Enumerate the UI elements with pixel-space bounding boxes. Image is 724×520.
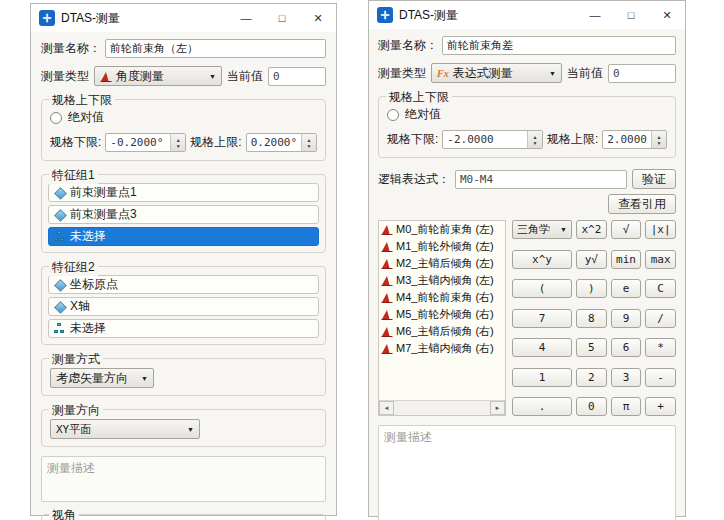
list-item[interactable]: M6_主销后倾角 (右)	[379, 323, 505, 340]
close-button[interactable]: ✕	[300, 4, 336, 32]
upper-limit-spinner[interactable]: 2.0000 ▲ ▼	[602, 130, 667, 149]
list-item-label: M1_前轮外倾角 (左)	[396, 239, 494, 254]
scroll-left-button[interactable]: ◄	[379, 401, 394, 415]
lower-limit-spinner[interactable]: -0.2000° ▲ ▼	[105, 133, 186, 152]
calc-key-9[interactable]: 9	[611, 309, 642, 328]
calc-key-e[interactable]: e	[611, 279, 642, 298]
list-item[interactable]: M0_前轮前束角 (左)	[379, 221, 505, 238]
calc-key-abs[interactable]: |x|	[645, 220, 676, 239]
feature-item[interactable]: X轴	[48, 297, 319, 316]
absolute-value-label: 绝对值	[68, 109, 104, 126]
measure-method-select[interactable]: 考虑矢量方向 ▼	[50, 368, 154, 388]
calc-key-square[interactable]: x^2	[576, 220, 607, 239]
calc-key-6[interactable]: 6	[611, 338, 642, 357]
list-item[interactable]: M5_前轮外倾角 (右)	[379, 306, 505, 323]
angle-measure-icon	[381, 343, 393, 354]
point-icon	[54, 187, 65, 198]
spinner-buttons[interactable]: ▲ ▼	[651, 131, 666, 148]
calc-key-close-paren[interactable]: )	[576, 279, 607, 298]
list-item[interactable]: M2_主销后倾角 (左)	[379, 255, 505, 272]
feature-item-label: 前束测量点1	[70, 184, 137, 201]
minimize-button[interactable]: —	[577, 1, 613, 29]
scrollbar-track[interactable]	[394, 401, 490, 415]
calc-key-root[interactable]: y√	[576, 250, 607, 269]
current-value-input[interactable]	[268, 67, 326, 86]
calc-key-open-paren[interactable]: (	[512, 279, 572, 298]
upper-limit-label: 规格上限:	[547, 131, 598, 148]
list-item[interactable]: M1_前轮外倾角 (左)	[379, 238, 505, 255]
measure-direction-select[interactable]: XY平面 ▼	[50, 419, 200, 439]
angle-measure-icon	[381, 292, 393, 303]
calc-key-8[interactable]: 8	[576, 309, 607, 328]
list-item[interactable]: M7_主销内倾角 (右)	[379, 340, 505, 357]
calc-key-7[interactable]: 7	[512, 309, 572, 328]
angle-measure-icon	[381, 326, 393, 337]
calc-key-minus[interactable]: -	[645, 368, 676, 387]
calc-key-5[interactable]: 5	[576, 338, 607, 357]
calc-key-0[interactable]: 0	[576, 397, 607, 416]
list-item[interactable]: M4_前轮前束角 (右)	[379, 289, 505, 306]
calc-key-2[interactable]: 2	[576, 368, 607, 387]
measure-description-textarea[interactable]	[41, 456, 326, 502]
feature-item[interactable]: 前束测量点3	[48, 205, 319, 224]
measure-type-select[interactable]: Fx 表达式测量 ▼	[431, 63, 562, 83]
feature-item-selected[interactable]: 未选择	[48, 227, 319, 246]
calc-key-decimal[interactable]: .	[512, 397, 572, 416]
list-item-label: M5_前轮外倾角 (右)	[396, 307, 494, 322]
list-item[interactable]: M3_主销内倾角 (左)	[379, 272, 505, 289]
verify-button[interactable]: 验证	[632, 169, 676, 189]
titlebar[interactable]: ✛ DTAS-测量 — □ ✕	[369, 1, 685, 29]
feature-item-label: 前束测量点3	[70, 206, 137, 223]
current-value-input[interactable]	[608, 64, 676, 83]
measure-name-input[interactable]	[442, 36, 676, 55]
feature-group-1: 特征组1 前束测量点1 前束测量点3 未选择	[41, 174, 326, 253]
measure-type-value: 角度测量	[116, 68, 164, 85]
horizontal-scrollbar[interactable]: ◄ ►	[379, 400, 505, 415]
calc-key-divide[interactable]: /	[645, 309, 676, 328]
calc-key-clear[interactable]: C	[645, 279, 676, 298]
calc-key-sqrt[interactable]: √	[611, 220, 642, 239]
measure-description-textarea[interactable]	[378, 425, 676, 520]
calc-key-pi[interactable]: π	[611, 397, 642, 416]
calc-key-1[interactable]: 1	[512, 368, 572, 387]
feature-item[interactable]: 未选择	[48, 319, 319, 338]
feature-item[interactable]: 坐标原点	[48, 275, 319, 294]
calc-key-max[interactable]: max	[645, 250, 676, 269]
scroll-right-button[interactable]: ►	[490, 401, 505, 415]
view-references-button[interactable]: 查看引用	[608, 194, 676, 214]
measure-name-input[interactable]	[105, 39, 326, 58]
angle-measure-icon	[381, 275, 393, 286]
calc-key-min[interactable]: min	[611, 250, 642, 269]
minimize-button[interactable]: —	[228, 4, 264, 32]
dialog-angle-measure: ✛ DTAS-测量 — □ ✕ 测量名称： 测量类型 角度测量 ▼ 当前值	[30, 3, 337, 516]
spinner-buttons[interactable]: ▲ ▼	[301, 134, 316, 151]
feature-item[interactable]: 前束测量点1	[48, 183, 319, 202]
dialog-expression-measure: ✛ DTAS-测量 — □ ✕ 测量名称： 测量类型 Fx 表达式测量 ▼ 当前…	[368, 0, 686, 517]
trig-function-select[interactable]: 三角学 ▼	[512, 220, 572, 239]
lower-limit-spinner[interactable]: -2.0000 ▲ ▼	[442, 130, 543, 149]
upper-limit-spinner[interactable]: 0.2000° ▲ ▼	[246, 133, 317, 152]
feature-item-label: 未选择	[70, 228, 106, 245]
calc-key-power[interactable]: x^y	[512, 250, 572, 269]
measure-list[interactable]: M0_前轮前束角 (左) M1_前轮外倾角 (左) M2_主销后倾角 (左) M…	[378, 220, 506, 416]
feature-group-2-title: 特征组2	[49, 259, 98, 276]
titlebar[interactable]: ✛ DTAS-测量 — □ ✕	[31, 4, 336, 32]
maximize-button[interactable]: □	[613, 1, 649, 29]
calc-key-plus[interactable]: +	[645, 397, 676, 416]
feature-group-2: 特征组2 坐标原点 X轴 未选择	[41, 266, 326, 345]
absolute-value-radio[interactable]	[387, 109, 399, 121]
measure-type-select[interactable]: 角度测量 ▼	[94, 66, 222, 86]
spinner-buttons[interactable]: ▲ ▼	[170, 134, 185, 151]
close-button[interactable]: ✕	[649, 1, 685, 29]
maximize-button[interactable]: □	[264, 4, 300, 32]
calc-key-multiply[interactable]: *	[645, 338, 676, 357]
calc-key-3[interactable]: 3	[611, 368, 642, 387]
calc-key-4[interactable]: 4	[512, 338, 572, 357]
absolute-value-radio[interactable]	[50, 112, 62, 124]
list-item-label: M3_主销内倾角 (左)	[396, 273, 494, 288]
expression-input[interactable]	[455, 170, 627, 189]
measure-type-value: 表达式测量	[453, 65, 513, 82]
angle-measure-icon	[381, 258, 393, 269]
spinner-buttons[interactable]: ▲ ▼	[527, 131, 542, 148]
chevron-down-icon: ▼	[209, 73, 216, 80]
